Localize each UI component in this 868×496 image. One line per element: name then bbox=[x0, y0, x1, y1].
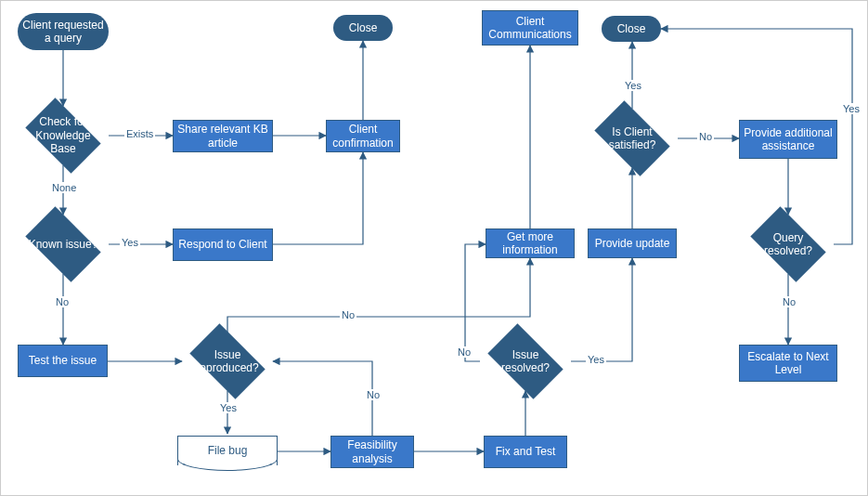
edge-label-exists: Exists bbox=[124, 128, 155, 139]
node-close-2: Close bbox=[602, 16, 661, 42]
node-respond-client: Respond to Client bbox=[173, 228, 273, 261]
edge-label-no-repro: No bbox=[340, 309, 356, 320]
node-provide-assist: Provide additional assistance bbox=[739, 120, 837, 159]
edge-label-yes-query: Yes bbox=[841, 103, 862, 114]
edge-label-yes-sat: Yes bbox=[623, 80, 643, 91]
node-issue-resolved-label: Issue resolved? bbox=[484, 348, 567, 375]
node-file-bug: File bug bbox=[177, 436, 278, 465]
edge-label-no-feas: No bbox=[365, 389, 382, 400]
node-escalate: Escalate to Next Level bbox=[739, 345, 837, 382]
node-check-kb: Check for Knowledge Base bbox=[18, 106, 109, 165]
flowchart-canvas: Exists None Yes No Yes No No Yes No Yes … bbox=[0, 0, 868, 496]
edges-layer bbox=[1, 1, 867, 495]
node-start: Client requested a query bbox=[18, 13, 109, 50]
node-issue-resolved: Issue resolved? bbox=[480, 332, 571, 391]
node-known-issue-label: Known issue? bbox=[23, 238, 104, 251]
node-test-issue: Test the issue bbox=[18, 345, 108, 377]
edge-label-yes-repro: Yes bbox=[218, 402, 239, 413]
edge-label-none: None bbox=[50, 182, 78, 193]
node-close-1: Close bbox=[333, 15, 393, 41]
node-check-kb-label: Check for Knowledge Base bbox=[21, 115, 105, 155]
node-client-communications: Client Communications bbox=[482, 10, 578, 46]
node-client-confirmation: Client confirmation bbox=[326, 120, 400, 152]
node-client-satisfied: Is Client satisfied? bbox=[587, 109, 678, 168]
node-get-more-info: Get more information bbox=[486, 228, 575, 258]
node-issue-reproduced-label: Issue reproduced? bbox=[186, 348, 269, 375]
node-share-kb: Share relevant KB article bbox=[173, 120, 273, 152]
edge-label-yes-resolved: Yes bbox=[586, 354, 606, 365]
node-query-resolved-label: Query resolved? bbox=[746, 231, 830, 258]
node-query-resolved: Query resolved? bbox=[743, 215, 834, 274]
node-issue-reproduced: Issue reproduced? bbox=[182, 332, 273, 391]
node-feasibility: Feasibility analysis bbox=[330, 436, 414, 468]
node-known-issue: Known issue? bbox=[18, 215, 109, 274]
node-client-satisfied-label: Is Client satisfied? bbox=[590, 125, 674, 152]
node-fix-test: Fix and Test bbox=[484, 436, 567, 468]
node-provide-update: Provide update bbox=[588, 228, 677, 258]
edge-label-no-resolved: No bbox=[456, 346, 473, 358]
edge-label-no-known: No bbox=[54, 296, 71, 307]
edge-label-no-query: No bbox=[781, 296, 797, 307]
edge-label-no-sat: No bbox=[697, 131, 714, 142]
edge-label-yes-known: Yes bbox=[120, 237, 140, 248]
